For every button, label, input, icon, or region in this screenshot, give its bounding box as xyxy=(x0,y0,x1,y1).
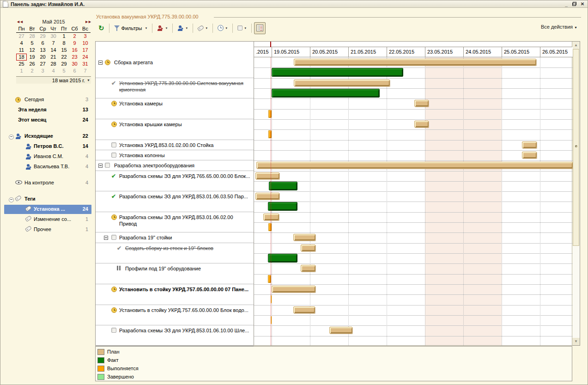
gantt-bar-fact[interactable] xyxy=(269,182,297,190)
gantt-bar-plan[interactable] xyxy=(272,286,315,293)
sidebar-item-сегодня[interactable]: Сегодня3 xyxy=(0,95,95,105)
calendar-day[interactable]: 4 xyxy=(48,67,59,74)
collapse-icon[interactable] xyxy=(104,236,108,240)
calendar-day[interactable]: 15 xyxy=(59,47,69,54)
calendar-day[interactable]: 17 xyxy=(80,47,91,54)
collapse-icon[interactable] xyxy=(98,164,103,168)
calendar-date-selector[interactable]: 18 мая 2015 г. ▼ xyxy=(16,76,91,84)
calendar-next-button[interactable]: ►► xyxy=(79,19,91,24)
funnel-button[interactable]: Фильтры▼ xyxy=(112,22,150,34)
calendar-day[interactable]: 12 xyxy=(27,47,37,54)
calendar-day[interactable]: 27 xyxy=(16,33,27,40)
gantt-task-row[interactable]: Разработка схемы ЭЗ для УКРД.853.01.06.0… xyxy=(96,212,254,233)
gantt-bar-fact[interactable] xyxy=(272,68,403,77)
calendar-day[interactable]: 29 xyxy=(59,61,69,67)
gantt-bar-plan[interactable] xyxy=(329,327,352,334)
sidebar-item-иванов-с-м-[interactable]: Иванов С.М.4 xyxy=(0,152,95,162)
calendar-day[interactable]: 31 xyxy=(80,61,91,67)
calendar-day[interactable]: 1 xyxy=(59,33,69,40)
details-panel-button[interactable] xyxy=(254,22,266,34)
calendar-day[interactable]: 28 xyxy=(27,33,37,40)
calendar-day[interactable]: 22 xyxy=(59,54,69,61)
scroll-down-button[interactable]: ▼ xyxy=(572,338,580,345)
checkbox-button[interactable]: ▼ xyxy=(235,22,249,34)
calendar-day[interactable]: 25 xyxy=(16,61,27,67)
gantt-task-row[interactable]: Установить в стойку УКРД.757.65.00.00.00… xyxy=(96,305,254,326)
sidebar-item-этот-месяц[interactable]: Этот месяц24 xyxy=(0,115,95,125)
calendar-day[interactable]: 9 xyxy=(69,40,80,47)
calendar-day[interactable]: 13 xyxy=(37,47,48,54)
gantt-bar-fact[interactable] xyxy=(272,89,380,98)
sidebar-item-на-контроле[interactable]: На контроле4 xyxy=(0,178,95,188)
gantt-bar-plan[interactable] xyxy=(293,306,315,313)
gantt-bar-plan[interactable] xyxy=(414,100,429,107)
calendar-day[interactable]: 11 xyxy=(16,47,27,54)
calendar-day[interactable]: 23 xyxy=(69,54,80,61)
calendar-day[interactable]: 8 xyxy=(59,40,69,47)
all-actions-button[interactable]: Все действия▼ xyxy=(541,24,577,30)
calendar-day[interactable]: 30 xyxy=(69,61,80,67)
calendar-day[interactable]: 6 xyxy=(37,40,48,47)
calendar-day[interactable]: 29 xyxy=(37,33,48,40)
clock-outline-button[interactable]: ▼ xyxy=(215,22,230,34)
calendar-day[interactable]: 18 xyxy=(16,54,27,61)
gantt-task-row[interactable]: Установить в стойку УКРД.757.05.00.00.00… xyxy=(96,284,254,305)
calendar-day[interactable]: 5 xyxy=(27,40,37,47)
minimize-button[interactable]: _ xyxy=(564,1,569,6)
collapse-icon[interactable] xyxy=(9,197,14,202)
calendar-day[interactable]: 1 xyxy=(16,67,27,74)
gantt-task-row[interactable]: Разработка схемы ЭЗ для УКРД.853.01.06.1… xyxy=(96,325,254,346)
gantt-bar-plan[interactable] xyxy=(256,162,573,169)
gantt-bar-plan[interactable] xyxy=(522,152,537,159)
gantt-bar-plan[interactable] xyxy=(414,121,429,128)
sidebar-item-исходящие[interactable]: Исходящие22 xyxy=(0,131,95,141)
gantt-bar-plan[interactable] xyxy=(255,193,279,200)
calendar-day[interactable]: 28 xyxy=(48,61,59,67)
calendar-day[interactable]: 4 xyxy=(16,40,27,47)
calendar-day[interactable]: 14 xyxy=(48,47,59,54)
calendar-day[interactable]: 7 xyxy=(80,67,91,74)
gantt-task-row[interactable]: Установка камеры xyxy=(96,98,254,119)
calendar-day[interactable]: 5 xyxy=(59,67,69,74)
gantt-task-row[interactable]: Разработка электрооборудования xyxy=(96,160,254,171)
calendar-day[interactable]: 10 xyxy=(80,40,91,47)
sidebar-item-установка-[interactable]: Установка ...24 xyxy=(0,204,95,214)
refresh-button[interactable]: ↻ xyxy=(96,22,107,34)
calendar-day[interactable]: 2 xyxy=(27,67,37,74)
gantt-bar-plan[interactable] xyxy=(301,265,315,272)
gantt-bar-plan[interactable] xyxy=(294,79,390,86)
calendar-day[interactable]: 16 xyxy=(69,47,80,54)
calendar-day[interactable]: 20 xyxy=(37,54,48,61)
calendar-day[interactable]: 3 xyxy=(37,67,48,74)
sidebar-item-изменение-со-[interactable]: Изменение со...1 xyxy=(0,214,95,225)
scroll-up-button[interactable]: ▲ xyxy=(572,42,580,49)
gantt-task-row[interactable]: ✔Создать сборку из стоек и 19" блоков xyxy=(96,243,254,264)
gantt-bar-plan[interactable] xyxy=(294,59,536,66)
restore-button[interactable] xyxy=(572,2,576,6)
vertical-scrollbar[interactable]: ▲ ▼ xyxy=(572,42,580,345)
calendar-day[interactable]: 21 xyxy=(48,54,59,61)
calendar-day[interactable]: 26 xyxy=(27,61,37,67)
user-in-button[interactable]: ▼ xyxy=(155,22,170,34)
sidebar-item-эта-неделя[interactable]: Эта неделя13 xyxy=(0,105,95,115)
calendar-day[interactable]: 19 xyxy=(27,54,37,61)
gantt-bar-fact[interactable] xyxy=(268,254,297,263)
gantt-bar-plan[interactable] xyxy=(301,244,315,251)
gantt-task-row[interactable]: ✔Разработка схемы ЭЗ для УКРД.853.01.06.… xyxy=(96,191,254,212)
calendar-day[interactable]: 30 xyxy=(48,33,59,40)
calendar-day[interactable]: 7 xyxy=(48,40,59,47)
gantt-task-row[interactable]: Установка УКРД.853.01.02.00.00 Стойка xyxy=(96,140,254,150)
calendar-day[interactable]: 6 xyxy=(69,67,80,74)
collapse-icon[interactable] xyxy=(9,134,14,140)
sidebar-item-теги[interactable]: Теги xyxy=(0,194,95,204)
calendar-day[interactable]: 27 xyxy=(37,61,48,67)
gantt-task-row[interactable]: Установка крышки камеры xyxy=(96,119,254,140)
calendar-day[interactable]: 24 xyxy=(80,54,91,61)
gantt-bar-plan[interactable] xyxy=(522,141,537,148)
tag-button[interactable]: ▼ xyxy=(195,22,210,34)
gantt-bar-fact[interactable] xyxy=(268,202,297,211)
sidebar-item-петров-в-с-[interactable]: Петров В.С.14 xyxy=(0,141,95,152)
gantt-bar-plan[interactable] xyxy=(293,234,315,241)
gantt-task-row[interactable]: Установка колонны xyxy=(96,150,254,160)
scrollbar-thumb[interactable] xyxy=(573,49,579,246)
